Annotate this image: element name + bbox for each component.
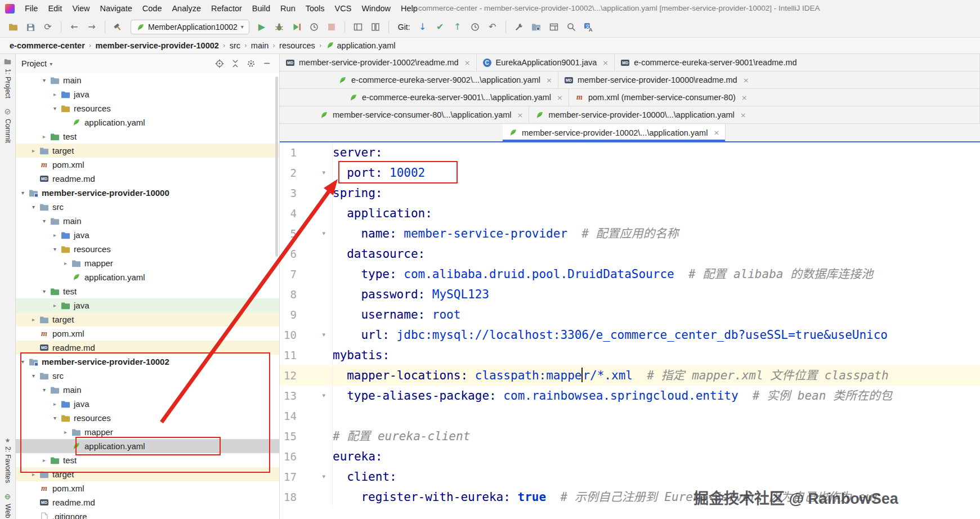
menu-run[interactable]: Run xyxy=(275,0,301,17)
editor[interactable]: 1server:2▾port: 100023spring:4applicatio… xyxy=(280,142,980,519)
locate-icon[interactable] xyxy=(213,57,226,70)
collapse-all-icon[interactable] xyxy=(229,57,242,70)
close-tab-icon[interactable]: × xyxy=(740,111,746,119)
code-line-12[interactable]: 12mapper-locations: classpath:mapper/*.x… xyxy=(280,365,980,386)
tree-item-resources[interactable]: ▾resources xyxy=(16,101,279,115)
editor-tab[interactable]: e-commerce-eureka-server-9001\...\applic… xyxy=(343,89,569,106)
collapse-arrow-icon[interactable]: ▸ xyxy=(50,401,60,407)
tree-item-application.yaml[interactable]: application.yaml xyxy=(16,439,279,453)
expand-arrow-icon[interactable]: ▾ xyxy=(50,105,60,111)
tool-strip-tab-commit[interactable]: Commit xyxy=(4,109,12,143)
code-line-8[interactable]: 8password: MySQL123 xyxy=(280,284,980,305)
git-rollback-icon[interactable]: ↶ xyxy=(485,20,500,34)
tree-item-member-service-provider-10002[interactable]: ▾member-service-provider-10002 xyxy=(16,355,279,369)
restore-layout-icon[interactable] xyxy=(547,20,561,34)
project-view-selector[interactable]: Project ▾ xyxy=(21,59,52,68)
coverage-icon[interactable] xyxy=(289,20,304,34)
back-icon[interactable]: ← xyxy=(67,20,82,34)
compare-icon[interactable] xyxy=(368,20,383,34)
menu-analyze[interactable]: Analyze xyxy=(167,0,206,17)
editor-tab[interactable]: member-service-provider-10000\...\applic… xyxy=(529,106,980,123)
editor-tab[interactable]: e-commerce-eureka-server-9002\...\applic… xyxy=(332,71,558,88)
git-push-icon[interactable]: ↑ xyxy=(450,20,465,34)
fold-marker-icon[interactable]: ▾ xyxy=(322,223,325,244)
tool-strip-tab-1--project[interactable]: 1: Project xyxy=(4,59,12,99)
hide-panel-icon[interactable]: ─ xyxy=(260,57,274,70)
breadcrumb-item[interactable]: e-commerce-center xyxy=(8,41,87,50)
collapse-arrow-icon[interactable]: ▸ xyxy=(61,260,70,266)
tree-item-java[interactable]: ▸java xyxy=(16,397,279,411)
tree-item-target[interactable]: ▸target xyxy=(16,312,279,326)
code-line-17[interactable]: 17▾client: xyxy=(280,467,980,487)
tree-item-mapper[interactable]: ▸mapper xyxy=(16,425,279,439)
tree-item-pom.xml[interactable]: mpom.xml xyxy=(16,481,279,495)
menu-window[interactable]: Window xyxy=(356,0,396,17)
fold-marker-icon[interactable]: ▾ xyxy=(322,163,325,183)
tree-item-application.yaml[interactable]: application.yaml xyxy=(16,270,279,284)
menu-build[interactable]: Build xyxy=(247,0,275,17)
expand-arrow-icon[interactable]: ▾ xyxy=(39,218,49,224)
fold-marker-icon[interactable]: ▾ xyxy=(322,386,325,406)
save-all-icon[interactable] xyxy=(23,20,38,34)
expand-arrow-icon[interactable]: ▾ xyxy=(39,77,49,83)
debug-icon[interactable] xyxy=(272,20,287,34)
tree-item-test[interactable]: ▸test xyxy=(16,129,279,144)
run-configuration-selector[interactable]: MemberApplication10002▾ xyxy=(131,20,249,34)
breadcrumb-item[interactable]: main xyxy=(249,41,270,50)
fold-marker-icon[interactable]: ▾ xyxy=(322,325,325,345)
menu-edit[interactable]: Edit xyxy=(43,0,67,17)
code-line-3[interactable]: 3spring: xyxy=(280,183,980,203)
tree-item-resources[interactable]: ▾resources xyxy=(16,411,279,425)
code-line-15[interactable]: 15# 配置 eureka-client xyxy=(280,426,980,446)
code-line-10[interactable]: 10▾url: jdbc:mysql://localhost:3306/e_co… xyxy=(280,325,980,345)
tree-item-main[interactable]: ▾main xyxy=(16,383,279,397)
menu-code[interactable]: Code xyxy=(137,0,167,17)
editor-tab[interactable]: member-service-provider-10002\...\applic… xyxy=(503,124,726,141)
close-tab-icon[interactable]: × xyxy=(713,128,719,137)
menu-vcs[interactable]: VCS xyxy=(330,0,357,17)
editor-tab[interactable]: CEurekaApplication9001.java× xyxy=(477,54,615,71)
code-line-5[interactable]: 5▾name: member-service-provider # 配置应用的名… xyxy=(280,223,980,244)
tree-item-main[interactable]: ▾main xyxy=(16,73,279,87)
tree-item-src[interactable]: ▾src xyxy=(16,200,279,214)
git-history-icon[interactable] xyxy=(468,20,482,34)
collapse-arrow-icon[interactable]: ▸ xyxy=(50,302,60,308)
close-tab-icon[interactable]: × xyxy=(464,59,471,67)
close-tab-icon[interactable]: × xyxy=(546,76,552,84)
layout-editor-icon[interactable] xyxy=(351,20,365,34)
code-line-4[interactable]: 4application: xyxy=(280,203,980,223)
collapse-arrow-icon[interactable]: ▸ xyxy=(29,316,38,323)
tree-item-pom.xml[interactable]: mpom.xml xyxy=(16,158,279,172)
tree-item-.gitignore[interactable]: .gitignore xyxy=(16,509,279,519)
tree-item-readme.md[interactable]: MDreadme.md xyxy=(16,341,279,355)
code-line-1[interactable]: 1server: xyxy=(280,142,980,163)
tool-strip-tab-web[interactable]: Web xyxy=(4,494,12,518)
code-line-11[interactable]: 11mybatis: xyxy=(280,345,980,365)
menu-navigate[interactable]: Navigate xyxy=(95,0,137,17)
collapse-arrow-icon[interactable]: ▸ xyxy=(61,429,70,435)
breadcrumb-item[interactable]: application.yaml xyxy=(324,41,397,50)
code-line-2[interactable]: 2▾port: 10002 xyxy=(280,163,980,183)
tree-item-target[interactable]: ▸target xyxy=(16,467,279,481)
open-project-icon[interactable] xyxy=(6,20,20,34)
git-commit-icon[interactable]: ✔ xyxy=(433,20,448,34)
tree-item-application.yaml[interactable]: application.yaml xyxy=(16,115,279,129)
code-line-9[interactable]: 9username: root xyxy=(280,305,980,325)
tree-item-java[interactable]: ▸java xyxy=(16,228,279,242)
collapse-arrow-icon[interactable]: ▸ xyxy=(39,133,49,140)
close-tab-icon[interactable]: × xyxy=(741,93,748,102)
expand-arrow-icon[interactable]: ▾ xyxy=(18,359,28,365)
sync-icon[interactable]: ⟳ xyxy=(41,20,55,34)
editor-tab[interactable]: member-service-consumer-80\...\applicati… xyxy=(314,106,529,123)
tree-item-mapper[interactable]: ▸mapper xyxy=(16,256,279,270)
tree-item-test[interactable]: ▾test xyxy=(16,284,279,298)
tree-item-java[interactable]: ▸java xyxy=(16,87,279,101)
translate-icon[interactable]: 文A xyxy=(581,20,596,34)
menu-file[interactable]: File xyxy=(20,0,43,17)
tool-strip-tab-2--favorites[interactable]: ★2: Favorites xyxy=(4,437,12,483)
collapse-arrow-icon[interactable]: ▸ xyxy=(50,91,60,97)
search-everywhere-icon[interactable] xyxy=(564,20,579,34)
tree-item-resources[interactable]: ▾resources xyxy=(16,242,279,256)
breadcrumb-item[interactable]: resources xyxy=(278,41,317,50)
expand-arrow-icon[interactable]: ▾ xyxy=(50,246,60,252)
